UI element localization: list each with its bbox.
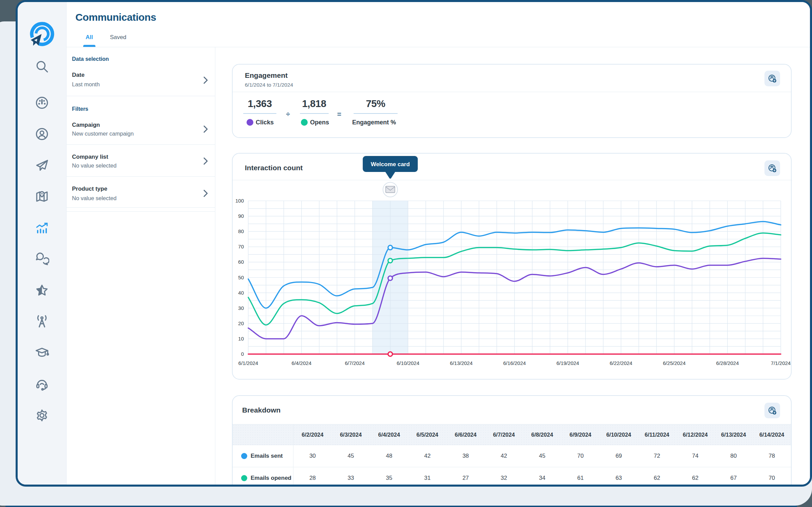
clicks-underline — [243, 113, 276, 114]
svg-text:100: 100 — [235, 198, 244, 204]
table-column-header: 6/9/2024 — [561, 424, 600, 445]
app-logo[interactable] — [29, 21, 55, 47]
svg-text:90: 90 — [238, 213, 244, 219]
divider — [67, 211, 215, 212]
analytics-icon — [35, 221, 49, 235]
table-row-label: Emails sent — [251, 453, 283, 459]
filter-company-list-chevron-icon[interactable] — [203, 157, 208, 165]
broadcast-icon — [35, 314, 49, 329]
table-cell: 42 — [408, 445, 447, 467]
engagement-add-gauge-button[interactable] — [764, 71, 780, 86]
svg-text:6/25/2024: 6/25/2024 — [663, 360, 686, 366]
sidebar-item-star[interactable] — [18, 275, 66, 306]
sidebar-item-send[interactable] — [18, 150, 66, 181]
table-cell: 48 — [370, 445, 408, 467]
sidebar-item-headset[interactable] — [18, 368, 66, 400]
clicks-value: 1,363 — [248, 98, 272, 109]
filter-campaign-chevron-icon[interactable] — [203, 125, 208, 133]
table-header-row: 6/2/20246/3/20246/4/20246/5/20246/6/2024… — [233, 424, 791, 445]
filter-date-label: Date — [72, 72, 210, 78]
table-column-header: 6/13/2024 — [715, 424, 753, 445]
interaction-count-card: Interaction count 0102030405060708090100… — [232, 153, 792, 380]
sidebar-item-gauge[interactable] — [18, 87, 66, 118]
opens-value: 1,818 — [302, 98, 326, 109]
page-header: Communications All Saved — [67, 2, 810, 47]
table-cell: 28 — [293, 467, 332, 487]
table-cell: 42 — [485, 445, 523, 467]
star-icon — [35, 283, 49, 298]
user-icon — [35, 127, 49, 141]
svg-text:10: 10 — [238, 336, 244, 342]
table-column-header: 6/8/2024 — [523, 424, 561, 445]
active-tab-underline — [83, 45, 95, 47]
filter-product-type-value: No value selected — [72, 195, 210, 202]
table-cell: 45 — [332, 445, 370, 467]
svg-text:60: 60 — [238, 259, 244, 265]
table-cell: 72 — [638, 445, 676, 467]
divide-operator: ÷ — [286, 110, 290, 118]
tab-saved-label: Saved — [110, 34, 126, 40]
svg-text:80: 80 — [238, 228, 244, 234]
sidebar-item-map[interactable] — [18, 181, 66, 212]
series-dot — [241, 475, 247, 481]
engagement-percent-underline — [354, 113, 398, 114]
table-cell: 67 — [715, 467, 753, 487]
table-column-header: 6/5/2024 — [408, 424, 447, 445]
tab-all[interactable]: All — [86, 34, 93, 47]
sidebar-item-education[interactable] — [18, 337, 66, 368]
divider — [67, 207, 215, 208]
engagement-date-range: 6/1/2024 to 7/1/2024 — [245, 82, 779, 88]
tab-saved[interactable]: Saved — [110, 34, 126, 47]
tab-all-label: All — [86, 34, 93, 40]
filter-product-type-chevron-icon[interactable] — [203, 189, 208, 197]
table-cell: 62 — [676, 467, 715, 487]
engagement-percent-label: Engagement % — [352, 119, 396, 126]
data-selection-heading: Data selection — [72, 56, 210, 62]
map-icon — [35, 189, 49, 204]
svg-text:6/13/2024: 6/13/2024 — [450, 360, 473, 366]
interaction-count-title: Interaction count — [245, 164, 303, 172]
main-content: Engagement 6/1/2024 to 7/1/2024 1,363 ÷ … — [215, 47, 810, 485]
icon-sidebar — [18, 2, 67, 485]
table-row: Emails sent30454842384245706972748078 — [233, 445, 791, 467]
sidebar-item-broadcast[interactable] — [18, 306, 66, 337]
table-column-header: 6/2/2024 — [293, 424, 332, 445]
table-cell: 38 — [447, 445, 485, 467]
filter-date-chevron-icon[interactable] — [203, 76, 208, 84]
divider — [67, 96, 215, 96]
sidebar-item-analytics[interactable] — [18, 212, 66, 243]
page-title: Communications — [75, 12, 156, 23]
search-icon — [35, 59, 49, 74]
filter-company-list-label: Company list — [72, 154, 210, 160]
table-cell: 34 — [523, 467, 561, 487]
annotation-marker[interactable] — [383, 182, 398, 197]
svg-text:7/1/2024: 7/1/2024 — [771, 360, 791, 366]
table-row-label-cell: Emails opened — [233, 467, 293, 487]
sidebar-item-user[interactable] — [18, 118, 66, 150]
table-cell: 62 — [638, 467, 676, 487]
clicks-legend: Clicks — [247, 119, 274, 126]
breakdown-add-gauge-button[interactable] — [764, 403, 780, 418]
table-cell: 69 — [600, 445, 638, 467]
filter-date-value: Last month — [72, 81, 210, 88]
svg-text:70: 70 — [238, 244, 244, 249]
table-cell: 78 — [753, 445, 791, 467]
table-cell: 35 — [370, 467, 408, 487]
svg-text:6/28/2024: 6/28/2024 — [716, 360, 739, 366]
sidebar-item-settings[interactable] — [18, 400, 66, 431]
table-cell: 30 — [293, 445, 332, 467]
clicks-label: Clicks — [256, 119, 274, 126]
table-cell: 61 — [561, 467, 600, 487]
chat-icon — [35, 252, 49, 266]
filter-product-type-label: Product type — [72, 186, 210, 192]
opens-dot — [301, 119, 308, 126]
engagement-percent-legend: Engagement % — [352, 119, 396, 126]
opens-legend: Opens — [301, 119, 329, 126]
breakdown-card: Breakdown 6/2/20246/3/20246/4/20246/5/20… — [232, 395, 792, 487]
interaction-add-gauge-button[interactable] — [764, 160, 780, 176]
svg-text:6/10/2024: 6/10/2024 — [397, 360, 419, 366]
send-icon — [35, 158, 49, 173]
table-column-header: 6/11/2024 — [638, 424, 676, 445]
sidebar-item-chat[interactable] — [18, 243, 66, 275]
sidebar-item-search[interactable] — [18, 51, 66, 82]
